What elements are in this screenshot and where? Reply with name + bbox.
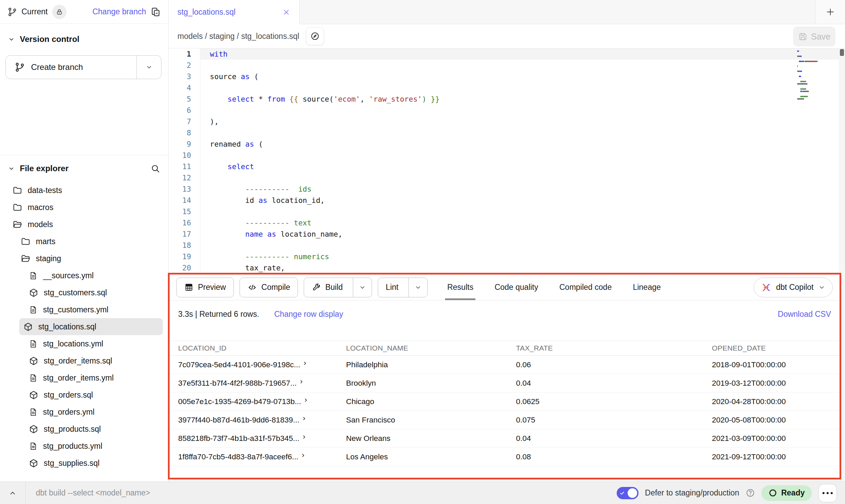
- file-tree-item--sources-yml[interactable]: __sources.yml: [5, 267, 163, 284]
- code-line-10[interactable]: 10: [169, 150, 845, 161]
- code-line-8[interactable]: 8: [169, 127, 845, 138]
- file-tree-item-stg-orders-sql[interactable]: stg_orders.sql: [5, 386, 163, 403]
- command-input[interactable]: dbt build --select <model_name>: [36, 488, 150, 498]
- code-line-5[interactable]: 5 select * from {{ source('ecom', 'raw_s…: [169, 93, 845, 105]
- code-line-17[interactable]: 17 name as location_name,: [169, 228, 845, 240]
- line-number: 13: [169, 183, 200, 195]
- file-tree-item-stg-locations-sql[interactable]: stg_locations.sql: [19, 318, 163, 335]
- expand-chevron-right-icon[interactable]: ›: [304, 396, 307, 404]
- code-text: [200, 82, 845, 93]
- tab-compiled-code[interactable]: Compiled code: [549, 275, 622, 300]
- save-button[interactable]: Save: [793, 27, 835, 46]
- code-line-14[interactable]: 14 id as location_id,: [169, 195, 845, 206]
- table-row[interactable]: 7c079cea-5ed4-4101-906e-9198c...›Philade…: [170, 356, 840, 374]
- code-line-3[interactable]: 3source as (: [169, 71, 845, 82]
- code-line-7[interactable]: 7),: [169, 116, 845, 127]
- file-tree-item-stg-order-items-yml[interactable]: stg_order_items.yml: [5, 369, 163, 386]
- code-line-9[interactable]: 9renamed as (: [169, 138, 845, 150]
- file-tree-item-staging[interactable]: staging: [5, 250, 163, 267]
- tab-results[interactable]: Results: [436, 275, 484, 300]
- code-line-13[interactable]: 13 ---------- ids: [169, 183, 845, 195]
- lint-button[interactable]: Lint: [378, 278, 428, 297]
- file-tree-item-macros[interactable]: macros: [5, 199, 163, 216]
- build-button[interactable]: Build: [304, 278, 372, 297]
- code-line-19[interactable]: 19 ---------- numerics: [169, 251, 845, 262]
- expand-chevron-right-icon[interactable]: ›: [303, 432, 305, 441]
- main-area: stg_locations.sql models / staging / stg…: [169, 0, 845, 481]
- table-row[interactable]: 005e7e1c-1935-4269-b479-0713b...›Chicago…: [170, 392, 840, 411]
- minimap[interactable]: [797, 50, 835, 143]
- file-tree-item-stg-customers-sql[interactable]: stg_customers.sql: [5, 284, 163, 301]
- code-line-6[interactable]: 6: [169, 105, 845, 116]
- table-row[interactable]: 858218fb-73f7-4b1b-a31f-57b345...›New Or…: [170, 429, 840, 448]
- code-line-15[interactable]: 15: [169, 206, 845, 217]
- create-branch-dropdown-button[interactable]: [137, 56, 161, 79]
- file-tree-item-stg-products-yml[interactable]: stg_products.yml: [5, 438, 163, 455]
- file-tree-item-stg-customers-yml[interactable]: stg_customers.yml: [5, 301, 163, 318]
- dbt-copilot-button[interactable]: dbt Copilot: [754, 278, 833, 297]
- cell-location-id: 7c079cea-5ed4-4101-906e-9198c...›: [178, 360, 346, 369]
- tab-lineage[interactable]: Lineage: [622, 275, 671, 300]
- expand-chevron-right-icon[interactable]: ›: [303, 414, 305, 423]
- download-csv-link[interactable]: Download CSV: [778, 310, 831, 319]
- code-text: [200, 240, 845, 251]
- file-tree-item-stg-products-sql[interactable]: stg_products.sql: [5, 420, 163, 438]
- file-explorer-header[interactable]: File explorer: [0, 158, 168, 179]
- create-branch-button[interactable]: Create branch: [5, 55, 161, 79]
- compile-button[interactable]: Compile: [240, 278, 298, 297]
- lint-dropdown-button[interactable]: [409, 278, 427, 297]
- ready-circle-icon: [769, 489, 777, 497]
- code-line-18[interactable]: 18: [169, 240, 845, 251]
- expand-chevron-right-icon[interactable]: ›: [304, 359, 306, 368]
- version-control-header[interactable]: Version control: [0, 29, 168, 50]
- folder-icon: [12, 202, 23, 212]
- file-tree-item-stg-orders-yml[interactable]: stg_orders.yml: [5, 403, 163, 420]
- scrollbar-thumb[interactable]: [840, 49, 844, 56]
- expand-chevron-right-icon[interactable]: ›: [302, 451, 304, 460]
- file-tree-item-data-tests[interactable]: data-tests: [5, 182, 163, 199]
- table-row[interactable]: 37e5f311-b7f4-4f2f-988b-719657...›Brookl…: [170, 374, 840, 392]
- change-row-display-link[interactable]: Change row display: [274, 310, 343, 319]
- code-line-20[interactable]: 20 tax_rate,: [169, 262, 845, 273]
- cell: New Orleans: [346, 434, 516, 443]
- defer-toggle[interactable]: [617, 487, 639, 499]
- help-question-icon[interactable]: [746, 488, 755, 498]
- file-icon: [29, 305, 38, 314]
- cell-location-id: 37e5f311-b7f4-4f2f-988b-719657...›: [178, 379, 346, 388]
- code-line-1[interactable]: 1with: [169, 48, 845, 60]
- collapse-panel-chevron-up-icon[interactable]: [0, 489, 25, 498]
- close-tab-icon[interactable]: [282, 8, 290, 16]
- expand-chevron-right-icon[interactable]: ›: [300, 377, 303, 386]
- table-row[interactable]: 3977f440-b87d-461b-9dd6-81839...›San Fra…: [170, 411, 840, 429]
- tab-code-quality[interactable]: Code quality: [484, 275, 549, 300]
- table-row[interactable]: 1f8ffa70-7cb5-4d83-8a7f-9aceef6...›Los A…: [170, 448, 840, 466]
- cell-location-id: 005e7e1c-1935-4269-b479-0713b...›: [178, 397, 346, 406]
- line-number: 11: [169, 161, 200, 172]
- file-tree-item-marts[interactable]: marts: [5, 233, 163, 250]
- code-line-2[interactable]: 2: [169, 60, 845, 71]
- query-status-text: 3.3s | Returned 6 rows.: [178, 310, 259, 319]
- file-tree-item-stg-locations-yml[interactable]: stg_locations.yml: [5, 335, 163, 352]
- file-name: stg_products.yml: [43, 442, 102, 451]
- preview-button[interactable]: Preview: [176, 278, 234, 297]
- button-label: Preview: [198, 283, 226, 292]
- copy-icon[interactable]: [151, 7, 161, 17]
- code-line-12[interactable]: 12: [169, 172, 845, 183]
- file-tree-item-models[interactable]: models: [5, 216, 163, 233]
- more-options-button[interactable]: [818, 484, 837, 502]
- code-line-11[interactable]: 11 select: [169, 161, 845, 172]
- search-icon[interactable]: [151, 164, 160, 173]
- cell: 2019-03-12T00:00:00: [712, 379, 840, 388]
- code-line-16[interactable]: 16 ---------- text: [169, 217, 845, 228]
- tab-stg-locations-sql[interactable]: stg_locations.sql: [169, 0, 300, 24]
- build-dropdown-button[interactable]: [353, 278, 372, 297]
- code-lines[interactable]: 1with23source as (45 select * from {{ so…: [169, 48, 845, 273]
- new-tab-button[interactable]: [815, 0, 845, 24]
- lineage-compass-button[interactable]: [306, 27, 324, 45]
- status-badge[interactable]: Ready: [761, 485, 812, 501]
- code-line-4[interactable]: 4: [169, 82, 845, 93]
- git-branch-icon: [15, 62, 25, 72]
- file-tree-item-stg-supplies-sql[interactable]: stg_supplies.sql: [5, 455, 163, 472]
- change-branch-link[interactable]: Change branch: [92, 7, 146, 16]
- file-tree-item-stg-order-items-sql[interactable]: stg_order_items.sql: [5, 352, 163, 369]
